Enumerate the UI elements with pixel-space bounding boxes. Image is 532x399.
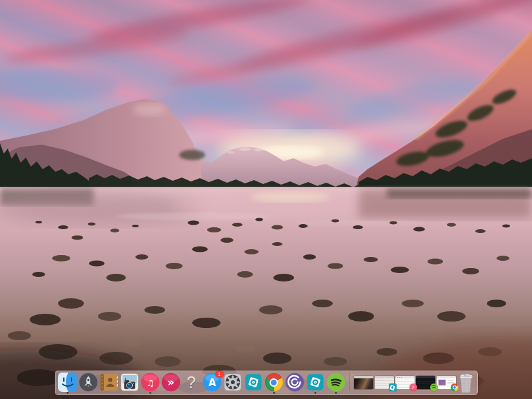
running-indicator [66,392,68,394]
launchpad-rocket-icon [79,373,98,392]
dock-app-forward-arrows[interactable]: » [161,373,181,392]
contacts-book-icon [99,373,119,392]
svg-text:A: A [208,377,216,389]
dock-app-chrome[interactable] [264,373,284,392]
minimized-chrome-window[interactable] [437,376,456,389]
dock-app-app-store[interactable]: A 1 [202,373,222,392]
dock-app-spotify[interactable] [326,373,346,392]
capture-aperture-icon [306,373,325,392]
dock-app-bittorrent[interactable] [285,373,304,392]
svg-text:♫: ♫ [146,378,154,388]
dock-app-capture-2[interactable] [306,373,325,392]
chrome-icon [265,373,283,391]
dock-app-itunes[interactable]: ♫ [141,373,160,392]
dock-app-system-preferences[interactable] [223,373,242,392]
trash-full-icon [457,373,475,393]
question-mark-icon: ? [182,373,201,392]
trash[interactable] [457,373,475,393]
window-content [354,378,373,389]
spotify-icon [326,373,346,392]
dock-app-capture[interactable] [244,373,263,392]
dock-app-iphoto[interactable] [120,373,139,392]
gear-icon [223,373,242,392]
bittorrent-swirl-icon [285,373,304,392]
dock-separator [350,373,350,391]
forward-arrows-icon: » [161,373,181,392]
minimized-capture-app-window[interactable] [375,376,394,389]
dock-app-launchpad[interactable] [79,373,98,392]
minimized-itunes-window[interactable]: ♪ [395,376,415,389]
itunes-badge-icon: ♪ [409,384,417,391]
spotify-badge-icon [430,384,438,391]
finder-icon [58,373,77,392]
minimized-spotify-window[interactable] [416,376,435,389]
desktop[interactable]: ♫ » ? A 1 [0,0,532,399]
dock: ♫ » ? A 1 [55,371,478,395]
chrome-badge-icon [451,384,458,391]
wallpaper-image [0,0,532,399]
dock-app-missing[interactable]: ? [182,373,201,392]
itunes-music-note-icon: ♫ [141,373,160,392]
dock-app-finder[interactable] [58,373,77,392]
iphoto-camera-icon [120,373,139,392]
minimized-photo-window[interactable] [354,376,373,389]
dock-app-contacts[interactable] [99,373,119,392]
capture-app-badge-icon [389,384,397,391]
capture-aperture-icon [244,373,263,392]
